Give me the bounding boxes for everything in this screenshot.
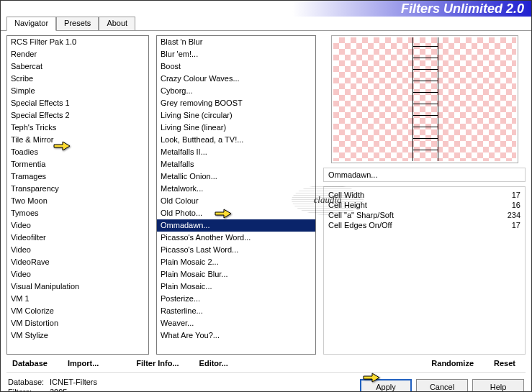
- category-item[interactable]: Video: [7, 268, 148, 281]
- filter-item[interactable]: Picasso's Another Word...: [157, 232, 315, 244]
- param-value: 17: [492, 221, 520, 229]
- cancel-button[interactable]: Cancel: [416, 379, 468, 392]
- filter-item[interactable]: What Are You?...: [157, 329, 315, 342]
- filter-item[interactable]: Grey removing BOOST: [157, 97, 315, 109]
- param-label: Cell Width: [328, 191, 364, 199]
- tab-presets[interactable]: Presets: [56, 17, 99, 30]
- category-item[interactable]: Video: [7, 244, 148, 256]
- category-item[interactable]: VM Stylize: [7, 329, 148, 342]
- category-item[interactable]: Two Moon: [7, 195, 148, 207]
- category-item[interactable]: Scribe: [7, 73, 148, 85]
- category-item[interactable]: Tormentia: [7, 158, 148, 170]
- main-area: RCS Filter Pak 1.0RenderSabercatScribeSi…: [1, 31, 531, 355]
- param-label: Cell "a" Sharp/Soft: [328, 211, 394, 219]
- category-item[interactable]: Teph's Tricks: [7, 122, 148, 134]
- category-item[interactable]: Transparency: [7, 183, 148, 195]
- toolbar-row: Database Import... Filter Info... Editor…: [1, 355, 531, 370]
- filter-item[interactable]: Look, Butthead, a TV!...: [157, 134, 315, 146]
- filter-item[interactable]: Ommadawn...: [157, 219, 315, 232]
- parameter-row[interactable]: Cell "a" Sharp/Soft234: [328, 210, 520, 220]
- filter-item[interactable]: Plain Mosaic Blur...: [157, 268, 315, 281]
- filter-item[interactable]: Blast 'n Blur: [157, 36, 315, 48]
- filter-item[interactable]: Weaver...: [157, 317, 315, 329]
- category-item[interactable]: Videofilter: [7, 232, 148, 244]
- parameter-row[interactable]: Cell Height16: [328, 200, 520, 210]
- param-value: 17: [492, 191, 520, 199]
- tab-navigator[interactable]: Navigator: [6, 17, 56, 31]
- category-item[interactable]: Video: [7, 219, 148, 232]
- filter-item[interactable]: Metalfalls II...: [157, 146, 315, 158]
- filter-item[interactable]: Cyborg...: [157, 85, 315, 97]
- filter-item[interactable]: Metallic Onion...: [157, 170, 315, 183]
- filter-list[interactable]: Blast 'n BlurBlur 'em!...BoostCrazy Colo…: [156, 35, 316, 355]
- editor-button[interactable]: Editor...: [197, 357, 231, 369]
- category-item[interactable]: Special Effects 2: [7, 109, 148, 122]
- help-button[interactable]: Help: [472, 379, 524, 392]
- filter-item[interactable]: Picasso's Last Word...: [157, 244, 315, 256]
- category-item[interactable]: Special Effects 1: [7, 97, 148, 109]
- category-item[interactable]: Simple: [7, 85, 148, 97]
- preview-frame: [331, 35, 518, 163]
- category-list[interactable]: RCS Filter Pak 1.0RenderSabercatScribeSi…: [6, 35, 149, 355]
- filter-item[interactable]: Rasterline...: [157, 305, 315, 317]
- category-item[interactable]: VM Colorize: [7, 305, 148, 317]
- filter-item[interactable]: Plain Mosaic...: [157, 281, 315, 293]
- category-item[interactable]: Render: [7, 48, 148, 60]
- category-item[interactable]: Tramages: [7, 170, 148, 183]
- filter-info-button[interactable]: Filter Info...: [133, 357, 181, 369]
- filter-item[interactable]: Metalwork...: [157, 183, 315, 195]
- category-item[interactable]: Toadies: [7, 146, 148, 158]
- footer-info: Database:ICNET-Filters Filters:3095: [8, 377, 97, 392]
- category-item[interactable]: RCS Filter Pak 1.0: [7, 36, 148, 48]
- filter-item[interactable]: Old Photo...: [157, 207, 315, 219]
- app-title: Filters Unlimited 2.0: [401, 1, 524, 17]
- footer: Database:ICNET-Filters Filters:3095 Appl…: [1, 374, 531, 392]
- filter-item[interactable]: Posterize...: [157, 293, 315, 305]
- category-item[interactable]: VM 1: [7, 293, 148, 305]
- filter-item[interactable]: Metalfalls: [157, 158, 315, 170]
- parameter-row[interactable]: Cell Width17: [328, 190, 520, 200]
- param-value: 234: [492, 211, 520, 219]
- tab-about[interactable]: About: [99, 17, 135, 30]
- parameter-row[interactable]: Cell Edges On/Off17: [328, 220, 520, 230]
- right-panel: Ommadawn... Cell Width17Cell Height16Cel…: [323, 35, 526, 355]
- param-label: Cell Edges On/Off: [328, 221, 392, 229]
- parameter-panel: Cell Width17Cell Height16Cell "a" Sharp/…: [323, 186, 526, 355]
- filter-item[interactable]: Boost: [157, 60, 315, 73]
- category-item[interactable]: Visual Manipulation: [7, 281, 148, 293]
- category-item[interactable]: VideoRave: [7, 256, 148, 268]
- filter-item[interactable]: Old Colour: [157, 195, 315, 207]
- filter-item[interactable]: Blur 'em!...: [157, 48, 315, 60]
- category-item[interactable]: VM Distortion: [7, 317, 148, 329]
- import-button[interactable]: Import...: [65, 357, 102, 369]
- category-item[interactable]: Sabercat: [7, 60, 148, 73]
- preview-image: [333, 37, 516, 161]
- filter-item[interactable]: Living Sine (linear): [157, 122, 315, 134]
- category-item[interactable]: Tymoes: [7, 207, 148, 219]
- filter-item[interactable]: Plain Mosaic 2...: [157, 256, 315, 268]
- filter-item[interactable]: Crazy Colour Waves...: [157, 73, 315, 85]
- current-filter-name: Ommadawn...: [323, 168, 526, 182]
- apply-button[interactable]: Apply: [360, 379, 412, 392]
- param-label: Cell Height: [328, 201, 367, 209]
- randomize-button[interactable]: Randomize: [428, 357, 477, 369]
- reset-button[interactable]: Reset: [491, 357, 518, 369]
- filter-item[interactable]: Living Sine (circular): [157, 109, 315, 122]
- param-value: 16: [492, 201, 520, 209]
- database-button[interactable]: Database: [9, 357, 50, 369]
- title-bar: Filters Unlimited 2.0: [1, 1, 531, 17]
- category-item[interactable]: Tile & Mirror: [7, 134, 148, 146]
- tab-strip: Navigator Presets About: [1, 17, 531, 31]
- separator: [6, 372, 526, 373]
